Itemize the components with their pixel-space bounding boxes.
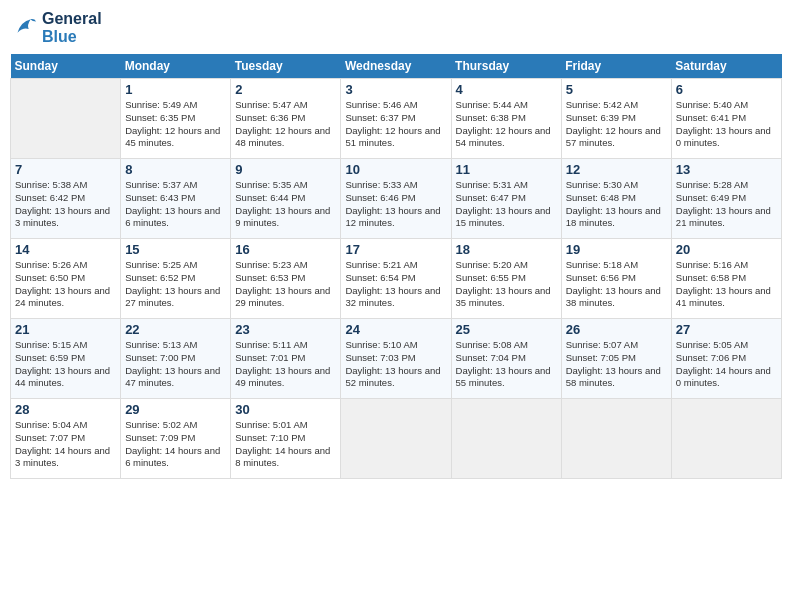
day-number: 15 [125, 242, 226, 257]
day-number: 26 [566, 322, 667, 337]
calendar-cell: 20 Sunrise: 5:16 AMSunset: 6:58 PMDaylig… [671, 239, 781, 319]
day-number: 19 [566, 242, 667, 257]
day-number: 1 [125, 82, 226, 97]
week-row-4: 21 Sunrise: 5:15 AMSunset: 6:59 PMDaylig… [11, 319, 782, 399]
calendar-cell: 2 Sunrise: 5:47 AMSunset: 6:36 PMDayligh… [231, 79, 341, 159]
cell-content: Sunrise: 5:02 AMSunset: 7:09 PMDaylight:… [125, 419, 220, 468]
cell-content: Sunrise: 5:44 AMSunset: 6:38 PMDaylight:… [456, 99, 551, 148]
cell-content: Sunrise: 5:13 AMSunset: 7:00 PMDaylight:… [125, 339, 220, 388]
day-number: 18 [456, 242, 557, 257]
calendar-cell: 8 Sunrise: 5:37 AMSunset: 6:43 PMDayligh… [121, 159, 231, 239]
day-number: 13 [676, 162, 777, 177]
cell-content: Sunrise: 5:10 AMSunset: 7:03 PMDaylight:… [345, 339, 440, 388]
calendar-cell: 19 Sunrise: 5:18 AMSunset: 6:56 PMDaylig… [561, 239, 671, 319]
cell-content: Sunrise: 5:23 AMSunset: 6:53 PMDaylight:… [235, 259, 330, 308]
cell-content: Sunrise: 5:01 AMSunset: 7:10 PMDaylight:… [235, 419, 330, 468]
logo: General Blue [10, 10, 102, 46]
day-number: 2 [235, 82, 336, 97]
cell-content: Sunrise: 5:33 AMSunset: 6:46 PMDaylight:… [345, 179, 440, 228]
calendar-cell: 26 Sunrise: 5:07 AMSunset: 7:05 PMDaylig… [561, 319, 671, 399]
calendar-cell: 30 Sunrise: 5:01 AMSunset: 7:10 PMDaylig… [231, 399, 341, 479]
day-number: 17 [345, 242, 446, 257]
header-row: SundayMondayTuesdayWednesdayThursdayFrid… [11, 54, 782, 79]
calendar-cell: 12 Sunrise: 5:30 AMSunset: 6:48 PMDaylig… [561, 159, 671, 239]
day-number: 5 [566, 82, 667, 97]
calendar-cell: 21 Sunrise: 5:15 AMSunset: 6:59 PMDaylig… [11, 319, 121, 399]
day-number: 12 [566, 162, 667, 177]
calendar-cell: 27 Sunrise: 5:05 AMSunset: 7:06 PMDaylig… [671, 319, 781, 399]
header-cell-monday: Monday [121, 54, 231, 79]
calendar-cell: 14 Sunrise: 5:26 AMSunset: 6:50 PMDaylig… [11, 239, 121, 319]
cell-content: Sunrise: 5:31 AMSunset: 6:47 PMDaylight:… [456, 179, 551, 228]
cell-content: Sunrise: 5:08 AMSunset: 7:04 PMDaylight:… [456, 339, 551, 388]
calendar-cell: 22 Sunrise: 5:13 AMSunset: 7:00 PMDaylig… [121, 319, 231, 399]
day-number: 4 [456, 82, 557, 97]
calendar-cell [341, 399, 451, 479]
calendar-cell: 4 Sunrise: 5:44 AMSunset: 6:38 PMDayligh… [451, 79, 561, 159]
week-row-5: 28 Sunrise: 5:04 AMSunset: 7:07 PMDaylig… [11, 399, 782, 479]
day-number: 28 [15, 402, 116, 417]
header-cell-friday: Friday [561, 54, 671, 79]
calendar-table: SundayMondayTuesdayWednesdayThursdayFrid… [10, 54, 782, 479]
cell-content: Sunrise: 5:47 AMSunset: 6:36 PMDaylight:… [235, 99, 330, 148]
cell-content: Sunrise: 5:26 AMSunset: 6:50 PMDaylight:… [15, 259, 110, 308]
calendar-cell: 15 Sunrise: 5:25 AMSunset: 6:52 PMDaylig… [121, 239, 231, 319]
day-number: 22 [125, 322, 226, 337]
header-cell-sunday: Sunday [11, 54, 121, 79]
week-row-1: 1 Sunrise: 5:49 AMSunset: 6:35 PMDayligh… [11, 79, 782, 159]
day-number: 21 [15, 322, 116, 337]
calendar-cell: 18 Sunrise: 5:20 AMSunset: 6:55 PMDaylig… [451, 239, 561, 319]
cell-content: Sunrise: 5:25 AMSunset: 6:52 PMDaylight:… [125, 259, 220, 308]
calendar-cell: 6 Sunrise: 5:40 AMSunset: 6:41 PMDayligh… [671, 79, 781, 159]
cell-content: Sunrise: 5:35 AMSunset: 6:44 PMDaylight:… [235, 179, 330, 228]
week-row-3: 14 Sunrise: 5:26 AMSunset: 6:50 PMDaylig… [11, 239, 782, 319]
cell-content: Sunrise: 5:18 AMSunset: 6:56 PMDaylight:… [566, 259, 661, 308]
calendar-cell: 17 Sunrise: 5:21 AMSunset: 6:54 PMDaylig… [341, 239, 451, 319]
header-cell-thursday: Thursday [451, 54, 561, 79]
logo-icon [10, 14, 38, 42]
day-number: 16 [235, 242, 336, 257]
calendar-cell: 23 Sunrise: 5:11 AMSunset: 7:01 PMDaylig… [231, 319, 341, 399]
cell-content: Sunrise: 5:42 AMSunset: 6:39 PMDaylight:… [566, 99, 661, 148]
day-number: 23 [235, 322, 336, 337]
cell-content: Sunrise: 5:49 AMSunset: 6:35 PMDaylight:… [125, 99, 220, 148]
calendar-cell: 7 Sunrise: 5:38 AMSunset: 6:42 PMDayligh… [11, 159, 121, 239]
day-number: 30 [235, 402, 336, 417]
cell-content: Sunrise: 5:20 AMSunset: 6:55 PMDaylight:… [456, 259, 551, 308]
day-number: 8 [125, 162, 226, 177]
cell-content: Sunrise: 5:28 AMSunset: 6:49 PMDaylight:… [676, 179, 771, 228]
day-number: 10 [345, 162, 446, 177]
calendar-cell: 28 Sunrise: 5:04 AMSunset: 7:07 PMDaylig… [11, 399, 121, 479]
header-cell-saturday: Saturday [671, 54, 781, 79]
cell-content: Sunrise: 5:46 AMSunset: 6:37 PMDaylight:… [345, 99, 440, 148]
calendar-cell [451, 399, 561, 479]
calendar-cell: 29 Sunrise: 5:02 AMSunset: 7:09 PMDaylig… [121, 399, 231, 479]
day-number: 7 [15, 162, 116, 177]
calendar-cell: 25 Sunrise: 5:08 AMSunset: 7:04 PMDaylig… [451, 319, 561, 399]
cell-content: Sunrise: 5:04 AMSunset: 7:07 PMDaylight:… [15, 419, 110, 468]
cell-content: Sunrise: 5:37 AMSunset: 6:43 PMDaylight:… [125, 179, 220, 228]
calendar-cell: 10 Sunrise: 5:33 AMSunset: 6:46 PMDaylig… [341, 159, 451, 239]
header-cell-tuesday: Tuesday [231, 54, 341, 79]
calendar-cell: 16 Sunrise: 5:23 AMSunset: 6:53 PMDaylig… [231, 239, 341, 319]
day-number: 20 [676, 242, 777, 257]
day-number: 25 [456, 322, 557, 337]
calendar-cell: 1 Sunrise: 5:49 AMSunset: 6:35 PMDayligh… [121, 79, 231, 159]
calendar-cell: 9 Sunrise: 5:35 AMSunset: 6:44 PMDayligh… [231, 159, 341, 239]
cell-content: Sunrise: 5:30 AMSunset: 6:48 PMDaylight:… [566, 179, 661, 228]
cell-content: Sunrise: 5:21 AMSunset: 6:54 PMDaylight:… [345, 259, 440, 308]
calendar-cell [11, 79, 121, 159]
week-row-2: 7 Sunrise: 5:38 AMSunset: 6:42 PMDayligh… [11, 159, 782, 239]
calendar-cell [671, 399, 781, 479]
cell-content: Sunrise: 5:15 AMSunset: 6:59 PMDaylight:… [15, 339, 110, 388]
day-number: 29 [125, 402, 226, 417]
day-number: 3 [345, 82, 446, 97]
cell-content: Sunrise: 5:16 AMSunset: 6:58 PMDaylight:… [676, 259, 771, 308]
cell-content: Sunrise: 5:07 AMSunset: 7:05 PMDaylight:… [566, 339, 661, 388]
calendar-cell: 3 Sunrise: 5:46 AMSunset: 6:37 PMDayligh… [341, 79, 451, 159]
calendar-cell [561, 399, 671, 479]
cell-content: Sunrise: 5:38 AMSunset: 6:42 PMDaylight:… [15, 179, 110, 228]
header-cell-wednesday: Wednesday [341, 54, 451, 79]
day-number: 27 [676, 322, 777, 337]
calendar-cell: 24 Sunrise: 5:10 AMSunset: 7:03 PMDaylig… [341, 319, 451, 399]
